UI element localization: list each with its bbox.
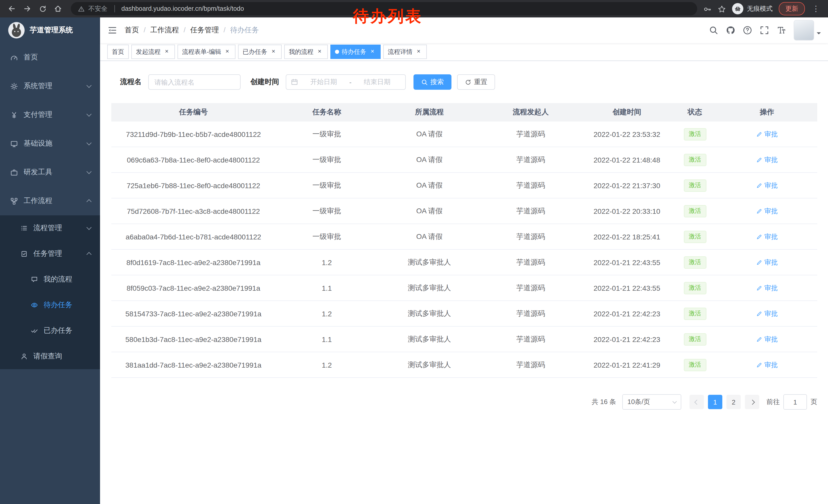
sidebar-item-workflow[interactable]: 工作流程	[0, 187, 100, 215]
close-icon[interactable]: ×	[224, 48, 231, 55]
github-icon[interactable]	[726, 26, 735, 35]
table-row: 73211d9d-7b9b-11ec-b5b7-acde48001122 一级审…	[111, 122, 817, 147]
tab-process-detail[interactable]: 流程详情 ×	[383, 45, 427, 59]
bookmark-star-icon[interactable]	[718, 4, 726, 13]
chevron-down-icon	[672, 399, 677, 404]
table-row: 580e1b3d-7ac8-11ec-a9e2-a2380e71991a 1.1…	[111, 326, 817, 352]
sidebar-item-home[interactable]: 首页	[0, 43, 100, 72]
home-icon[interactable]	[51, 2, 65, 15]
status-badge: 激活	[684, 179, 706, 191]
refresh-icon[interactable]	[36, 2, 49, 15]
search-button[interactable]: 搜索	[413, 74, 451, 90]
sidebar-item-todo-task[interactable]: 待办任务	[0, 292, 100, 318]
table-row: 725a1eb6-7b88-11ec-8ef0-acde48001122 一级审…	[111, 173, 817, 198]
incognito-icon	[732, 3, 743, 14]
close-icon[interactable]: ×	[316, 48, 323, 55]
sidebar-item-leave-query[interactable]: 请假查询	[0, 343, 100, 369]
forward-icon[interactable]	[20, 2, 34, 15]
sidebar-item-done-task[interactable]: 已办任务	[0, 318, 100, 343]
close-icon[interactable]: ×	[270, 48, 277, 55]
close-icon[interactable]: ×	[369, 48, 376, 55]
sidebar-item-payment[interactable]: 支付管理	[0, 100, 100, 129]
fullscreen-icon[interactable]	[760, 26, 769, 35]
browser-menu-icon[interactable]: ⋮	[811, 4, 821, 13]
approve-link[interactable]: 审批	[756, 334, 778, 344]
cell-create-time: 2022-01-22 23:53:32	[581, 122, 673, 147]
sidebar-item-system[interactable]: 系统管理	[0, 72, 100, 100]
breadcrumb-task-mgmt[interactable]: 任务管理	[190, 26, 230, 35]
date-range-picker[interactable]: 开始日期 - 结束日期	[286, 74, 406, 90]
sidebar-item-process-mgmt[interactable]: 流程管理	[0, 215, 100, 241]
table-row: 8f0d1619-7ac8-11ec-a9e2-a2380e71991a 1.2…	[111, 249, 817, 275]
cell-task-name: 一级审批	[276, 224, 378, 249]
tab-todo-task[interactable]: 待办任务 ×	[330, 45, 381, 59]
back-icon[interactable]	[5, 2, 18, 15]
font-size-icon[interactable]	[777, 26, 786, 35]
sidebar-item-task-mgmt[interactable]: 任务管理	[0, 241, 100, 267]
approve-link[interactable]: 审批	[756, 181, 778, 190]
cell-starter: 芋道源码	[481, 249, 581, 275]
reset-button[interactable]: 重置	[457, 74, 495, 90]
help-icon[interactable]	[743, 26, 752, 35]
cell-process: 测试多审批人	[378, 275, 481, 301]
cell-starter: 芋道源码	[481, 122, 581, 147]
prev-page-button[interactable]	[690, 395, 704, 409]
page-button-2[interactable]: 2	[727, 395, 741, 409]
cell-create-time: 2022-01-22 21:48:48	[581, 147, 673, 173]
cell-task-id: 580e1b3d-7ac8-11ec-a9e2-a2380e71991a	[111, 326, 276, 352]
page-button-1[interactable]: 1	[708, 395, 722, 409]
cell-starter: 芋道源码	[481, 275, 581, 301]
tab-my-process[interactable]: 我的流程 ×	[284, 45, 328, 59]
approve-link[interactable]: 审批	[756, 232, 778, 241]
chat-icon	[31, 276, 38, 283]
breadcrumb-current: 待办任务	[230, 26, 259, 35]
approve-link[interactable]: 审批	[756, 283, 778, 292]
approve-link[interactable]: 审批	[756, 360, 778, 369]
approve-link[interactable]: 审批	[756, 207, 778, 216]
page-size-select[interactable]: 10条/页	[622, 394, 681, 410]
cell-create-time: 2022-01-21 22:42:23	[581, 326, 673, 352]
tab-home[interactable]: 首页	[107, 45, 129, 59]
breadcrumb-home[interactable]: 首页	[125, 26, 150, 35]
update-button[interactable]: 更新	[779, 2, 805, 15]
sidebar-item-my-process[interactable]: 我的流程	[0, 267, 100, 292]
cell-task-id: 58154733-7ac8-11ec-a9e2-a2380e71991a	[111, 301, 276, 326]
tab-form-edit[interactable]: 流程表单-编辑 ×	[177, 45, 236, 59]
app-logo[interactable]: 芋道管理系统	[0, 17, 100, 43]
sidebar-item-infrastructure[interactable]: 基础设施	[0, 129, 100, 158]
tab-start-process[interactable]: 发起流程 ×	[131, 45, 175, 59]
chevron-down-icon	[86, 111, 92, 117]
pencil-icon	[756, 182, 762, 188]
close-icon[interactable]: ×	[415, 48, 422, 55]
breadcrumb-workflow[interactable]: 工作流程	[150, 26, 190, 35]
approve-link[interactable]: 审批	[756, 130, 778, 139]
tab-done-task[interactable]: 已办任务 ×	[238, 45, 282, 59]
pencil-icon	[756, 208, 762, 214]
task-table: 任务编号 任务名称 所属流程 流程发起人 创建时间 状态 操作 73211d9d…	[111, 103, 817, 378]
incognito-label: 无痕模式	[747, 4, 773, 13]
sidebar-fold-icon[interactable]	[100, 17, 125, 43]
approve-link[interactable]: 审批	[756, 309, 778, 318]
pencil-icon	[756, 285, 762, 291]
table-row: a6aba0a4-7b6d-11ec-b781-acde48001122 一级审…	[111, 224, 817, 249]
security-label: 不安全	[88, 4, 108, 13]
key-icon[interactable]	[703, 4, 711, 13]
pencil-icon	[756, 259, 762, 265]
next-page-button[interactable]	[745, 395, 759, 409]
page-unit-label: 页	[811, 397, 817, 407]
close-icon[interactable]: ×	[163, 48, 170, 55]
approve-link[interactable]: 审批	[756, 258, 778, 267]
cell-task-id: 8f059c03-7ac8-11ec-a9e2-a2380e71991a	[111, 275, 276, 301]
search-icon[interactable]	[709, 26, 718, 35]
list-icon	[20, 225, 28, 232]
user-menu[interactable]	[794, 20, 821, 41]
approve-link[interactable]: 审批	[756, 155, 778, 164]
table-row: 58154733-7ac8-11ec-a9e2-a2380e71991a 1.2…	[111, 301, 817, 326]
sidebar-item-devtools[interactable]: 研发工具	[0, 158, 100, 187]
process-name-input[interactable]	[148, 74, 241, 90]
cell-task-name: 1.1	[276, 275, 378, 301]
cell-starter: 芋道源码	[481, 224, 581, 249]
navbar: 首页 工作流程 任务管理 待办任务	[100, 17, 828, 43]
pencil-icon	[756, 131, 762, 137]
goto-page-input[interactable]	[783, 394, 807, 410]
